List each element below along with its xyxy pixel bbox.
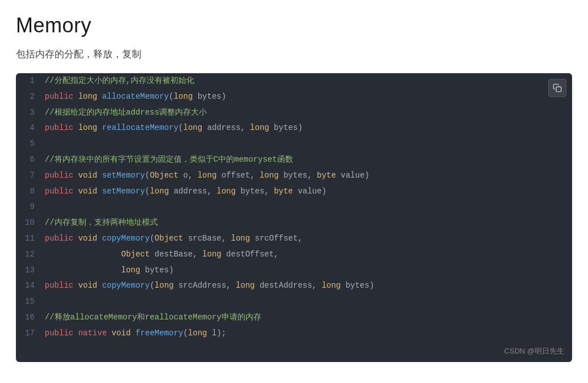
- code-line-content: public long reallocateMemory(long addres…: [43, 120, 572, 136]
- line-number: 10: [16, 215, 43, 231]
- code-line-content: public void setMemory(Object o, long off…: [43, 168, 572, 184]
- line-number: 12: [16, 247, 43, 263]
- code-line-content: public long allocateMemory(long bytes): [43, 89, 572, 105]
- table-row: 2public long allocateMemory(long bytes): [16, 89, 572, 105]
- line-number: 7: [16, 168, 43, 184]
- copy-button[interactable]: [548, 79, 566, 97]
- table-row: 5: [16, 136, 572, 152]
- table-row: 17public native void freeMemory(long l);: [16, 326, 572, 342]
- line-number: 17: [16, 326, 43, 342]
- svg-rect-0: [556, 87, 561, 92]
- code-table: 1//分配指定大小的内存,内存没有被初始化2public long alloca…: [16, 73, 572, 342]
- table-row: 16//释放allocateMemory和reallocateMemory申请的…: [16, 310, 572, 326]
- copy-icon: [553, 83, 562, 92]
- code-line-content: //内存复制，支持两种地址模式: [43, 215, 572, 231]
- table-row: 13 long bytes): [16, 263, 572, 279]
- line-number: 4: [16, 120, 43, 136]
- subtitle: 包括内存的分配，释放，复制: [16, 48, 572, 61]
- line-number: 11: [16, 231, 43, 247]
- page-container: Memory 包括内存的分配，释放，复制 1//分配指定大小的内存,内存没有被初…: [0, 0, 588, 373]
- code-line-content: public native void freeMemory(long l);: [43, 326, 572, 342]
- code-line-content: Object destBase, long destOffset,: [43, 247, 572, 263]
- code-line-content: [43, 136, 572, 152]
- code-line-content: public void copyMemory(long srcAddress, …: [43, 278, 572, 294]
- table-row: 14public void copyMemory(long srcAddress…: [16, 278, 572, 294]
- table-row: 1//分配指定大小的内存,内存没有被初始化: [16, 73, 572, 89]
- watermark: CSDN @明日先生: [16, 342, 572, 362]
- code-line-content: //根据给定的内存地址address调整内存大小: [43, 105, 572, 121]
- code-line-content: //分配指定大小的内存,内存没有被初始化: [43, 73, 572, 89]
- table-row: 7public void setMemory(Object o, long of…: [16, 168, 572, 184]
- table-row: 12 Object destBase, long destOffset,: [16, 247, 572, 263]
- line-number: 6: [16, 152, 43, 168]
- page-title: Memory: [16, 14, 572, 37]
- code-line-content: [43, 294, 572, 310]
- line-number: 9: [16, 199, 43, 215]
- table-row: 8public void setMemory(long address, lon…: [16, 184, 572, 200]
- table-row: 15: [16, 294, 572, 310]
- table-row: 11public void copyMemory(Object srcBase,…: [16, 231, 572, 247]
- table-row: 3//根据给定的内存地址address调整内存大小: [16, 105, 572, 121]
- line-number: 16: [16, 310, 43, 326]
- line-number: 15: [16, 294, 43, 310]
- code-line-content: //将内存块中的所有字节设置为固定值，类似于C中的memoryset函数: [43, 152, 572, 168]
- code-line-content: //释放allocateMemory和reallocateMemory申请的内存: [43, 310, 572, 326]
- line-number: 8: [16, 184, 43, 200]
- code-line-content: [43, 199, 572, 215]
- table-row: 4public long reallocateMemory(long addre…: [16, 120, 572, 136]
- line-number: 2: [16, 89, 43, 105]
- code-line-content: public void setMemory(long address, long…: [43, 184, 572, 200]
- table-row: 9: [16, 199, 572, 215]
- code-line-content: long bytes): [43, 263, 572, 279]
- line-number: 14: [16, 278, 43, 294]
- line-number: 13: [16, 263, 43, 279]
- table-row: 6//将内存块中的所有字节设置为固定值，类似于C中的memoryset函数: [16, 152, 572, 168]
- line-number: 1: [16, 73, 43, 89]
- table-row: 10//内存复制，支持两种地址模式: [16, 215, 572, 231]
- code-line-content: public void copyMemory(Object srcBase, l…: [43, 231, 572, 247]
- line-number: 5: [16, 136, 43, 152]
- line-number: 3: [16, 105, 43, 121]
- code-block: 1//分配指定大小的内存,内存没有被初始化2public long alloca…: [16, 73, 572, 362]
